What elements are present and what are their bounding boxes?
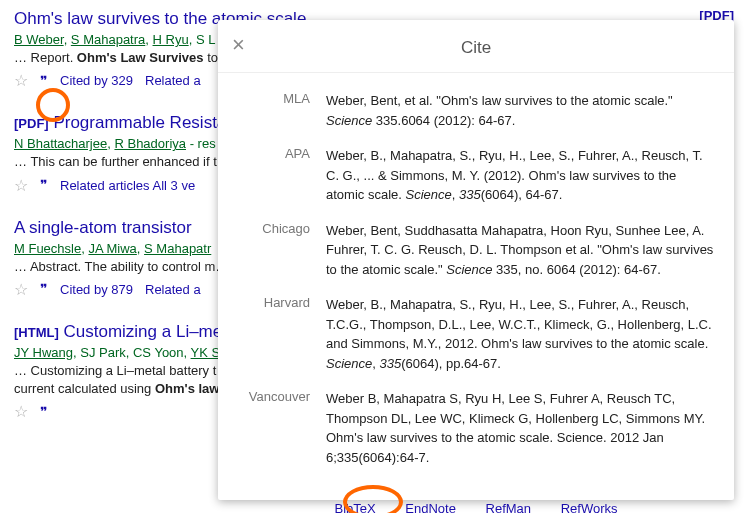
cite-row-harvard: Harvard Weber, B., Mahapatra, S., Ryu, H… — [238, 295, 714, 373]
cite-text[interactable]: Weber B, Mahapatra S, Ryu H, Lee S, Fuhr… — [326, 389, 714, 467]
cite-row-mla: MLA Weber, Bent, et al. "Ohm's law survi… — [238, 91, 714, 130]
modal-header: × Cite — [218, 20, 734, 73]
bibtex-link[interactable]: BibTeX — [334, 501, 375, 513]
refman-link[interactable]: RefMan — [486, 501, 532, 513]
cite-label: Chicago — [238, 221, 310, 280]
save-icon[interactable]: ☆ — [14, 176, 28, 195]
cite-label: Vancouver — [238, 389, 310, 467]
cite-row-vancouver: Vancouver Weber B, Mahapatra S, Ryu H, L… — [238, 389, 714, 467]
save-icon[interactable]: ☆ — [14, 71, 28, 90]
cite-icon[interactable]: ❞ — [40, 73, 48, 89]
cite-row-apa: APA Weber, B., Mahapatra, S., Ryu, H., L… — [238, 146, 714, 205]
cite-icon[interactable]: ❞ — [40, 177, 48, 193]
cite-text[interactable]: Weber, Bent, Suddhasatta Mahapatra, Hoon… — [326, 221, 714, 280]
cite-icon[interactable]: ❞ — [40, 281, 48, 297]
cite-modal: × Cite MLA Weber, Bent, et al. "Ohm's la… — [218, 20, 734, 500]
save-icon[interactable]: ☆ — [14, 402, 28, 421]
close-icon[interactable]: × — [232, 34, 245, 56]
modal-footer: BibTeX EndNote RefMan RefWorks — [218, 491, 734, 513]
modal-body: MLA Weber, Bent, et al. "Ohm's law survi… — [218, 73, 734, 491]
cited-by-link[interactable]: Cited by 879 — [60, 282, 133, 297]
related-link[interactable]: Related a — [145, 73, 201, 88]
save-icon[interactable]: ☆ — [14, 280, 28, 299]
cite-label: MLA — [238, 91, 310, 130]
cite-label: Harvard — [238, 295, 310, 373]
cite-text[interactable]: Weber, B., Mahapatra, S., Ryu, H., Lee, … — [326, 146, 714, 205]
cited-by-link[interactable]: Cited by 329 — [60, 73, 133, 88]
related-link[interactable]: Related articles All 3 ve — [60, 178, 195, 193]
modal-title: Cite — [461, 38, 491, 57]
cite-text[interactable]: Weber, B., Mahapatra, S., Ryu, H., Lee, … — [326, 295, 714, 373]
cite-icon[interactable]: ❞ — [40, 404, 48, 420]
refworks-link[interactable]: RefWorks — [561, 501, 618, 513]
cite-label: APA — [238, 146, 310, 205]
related-link[interactable]: Related a — [145, 282, 201, 297]
endnote-link[interactable]: EndNote — [405, 501, 456, 513]
cite-row-chicago: Chicago Weber, Bent, Suddhasatta Mahapat… — [238, 221, 714, 280]
cite-text[interactable]: Weber, Bent, et al. "Ohm's law survives … — [326, 91, 714, 130]
